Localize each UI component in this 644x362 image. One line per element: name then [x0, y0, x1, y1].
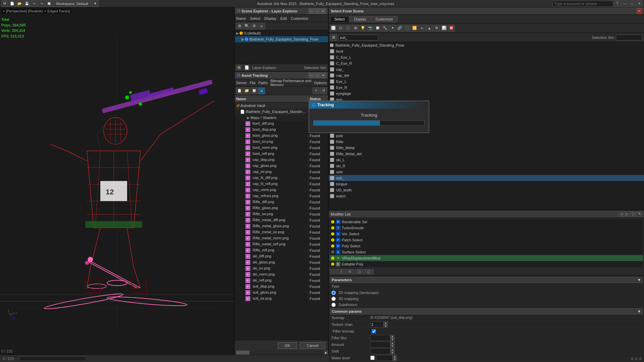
at-row-23[interactable]: P Rifle_metal_refl.png Found	[235, 241, 328, 247]
filter-blur-input[interactable]: 0,001	[370, 335, 390, 341]
mod-surface-select[interactable]: S Surface Select	[330, 249, 643, 255]
amount-up[interactable]: ▲	[390, 342, 394, 345]
at-btn4[interactable]: ≡	[258, 87, 265, 94]
minimize-btn[interactable]: —	[621, 0, 628, 7]
scene-item-rifle-metal-det[interactable]: Rifle_Metal_det	[329, 151, 644, 157]
tree-row-biathlete[interactable]: ▶ Biathlete_Fully_Equipped_Standing_Pose	[235, 36, 328, 42]
at-row-32[interactable]: P suit_ior.png Found	[235, 296, 328, 302]
scene-item-suit[interactable]: suit_	[329, 175, 644, 181]
radio-subdiv[interactable]	[331, 303, 336, 307]
scene-explorer-restore[interactable]: □	[315, 8, 320, 14]
at-row-18[interactable]: P Rifle_ior.png Found	[235, 211, 328, 217]
sfs-btn12[interactable]: 🔀	[411, 25, 418, 32]
at-btn2[interactable]: 📁	[244, 87, 250, 94]
open-btn[interactable]: 📂	[16, 0, 23, 7]
at-btn3[interactable]: 🔲	[251, 87, 258, 94]
at-restore[interactable]: □	[315, 73, 320, 78]
sel-btn-vertex[interactable]: ·	[330, 269, 337, 274]
at-minimize[interactable]: —	[309, 73, 314, 78]
at-row-19[interactable]: P Rifle_metal_diff.png Found	[235, 217, 328, 223]
amount-input[interactable]: 0,157	[370, 342, 390, 348]
at-row-26[interactable]: P ski_gloss.png Found	[235, 259, 328, 265]
sel-btn-edge[interactable]: /	[338, 269, 345, 274]
at-menu-file[interactable]: File	[250, 81, 256, 85]
viewport[interactable]: + [Perspective] [Realistic + Edged Faces…	[0, 7, 235, 355]
scene-item-cap[interactable]: cap_	[329, 66, 644, 72]
sel-btn-element[interactable]: ⬡	[364, 269, 373, 274]
se-search-btn[interactable]: 🔍	[244, 23, 250, 29]
sfs-btn17[interactable]: 🎯	[448, 25, 455, 32]
sfs-close[interactable]: ✕	[637, 8, 642, 14]
mod-patch-select[interactable]: P Patch Select	[330, 237, 643, 243]
at-cancel-btn[interactable]: Cancel	[300, 342, 325, 349]
sfs-tab-select[interactable]: Select	[330, 16, 349, 22]
help-icon[interactable]: ?	[614, 0, 621, 7]
blur-up[interactable]: ▲	[390, 335, 394, 338]
scene-item-boot[interactable]: boot	[329, 48, 644, 54]
sfs-btn8[interactable]: 🔧	[382, 25, 388, 32]
at-row-8[interactable]: P boot_refl.png Found	[235, 151, 328, 157]
scene-explorer-close[interactable]: ✕	[321, 8, 326, 14]
at-h-scrollbar[interactable]: ▶	[235, 351, 328, 355]
scene-menu-edit[interactable]: Edit	[280, 16, 287, 20]
sfs-btn16[interactable]: 📊	[441, 25, 447, 32]
scene-item-rifle-metal[interactable]: Rifle_Metal	[329, 145, 644, 151]
scene-item-cap-det[interactable]: cap_det	[329, 72, 644, 78]
mod-vray-displacement[interactable]: V VRayDisplacementMod	[330, 255, 643, 261]
params-3d-radio[interactable]: 3D mapping	[330, 296, 643, 302]
at-menu-paths[interactable]: Paths	[258, 81, 268, 85]
shift-input[interactable]: 0,039	[370, 348, 390, 354]
mod-vol-select[interactable]: V Vol. Select	[330, 231, 643, 237]
scene-item-ud-teeth[interactable]: UD_teeth	[329, 187, 644, 193]
at-btn1[interactable]: 📋	[236, 87, 243, 94]
at-close[interactable]: ✕	[321, 73, 326, 78]
texture-chan-spinbox[interactable]: ▲ ▼	[370, 321, 388, 327]
sfs-btn13[interactable]: ≡	[419, 25, 425, 32]
mod-editable-poly[interactable]: E Editable Poly	[330, 261, 643, 267]
layer-icon2[interactable]: 📄	[244, 65, 250, 70]
at-row-31[interactable]: P suit_gloss.png Found	[235, 290, 328, 296]
at-row-29[interactable]: P ski_refl.png Found	[235, 278, 328, 284]
layer-icon1[interactable]: ⊞	[236, 65, 241, 70]
shift-down[interactable]: ▼	[390, 351, 394, 354]
at-row-17[interactable]: P Rifle_gloss.png Found	[235, 205, 328, 211]
at-row-14[interactable]: P cap_norm.png Found	[235, 187, 328, 193]
sfs-btn1[interactable]: ⬜	[330, 25, 337, 32]
sfs-btn10[interactable]: 🔗	[396, 25, 403, 32]
scene-item-ceye-r[interactable]: C_Eye_R	[329, 60, 644, 66]
scene-item-tongue[interactable]: tongue	[329, 181, 644, 187]
mod-renderable-sel[interactable]: R Renderable Sel	[330, 219, 643, 225]
at-row-13[interactable]: P cap_N_refl.png Found	[235, 181, 328, 187]
shift-spinbox[interactable]: 0,039 ▲ ▼	[370, 348, 394, 354]
sfs-btn7[interactable]: 🔲	[374, 25, 381, 32]
at-row-24[interactable]: P Rifle_refl.png Found	[235, 247, 328, 253]
filter-blur-spinbox[interactable]: 0,001 ▲ ▼	[370, 335, 394, 341]
sfs-tab-display[interactable]: Display	[350, 16, 371, 22]
scene-item-ski-r[interactable]: ski_R	[329, 163, 644, 169]
se-filter-btn[interactable]: ⊞	[236, 23, 243, 29]
new-btn[interactable]: 📄	[9, 0, 15, 7]
scene-menu-customize[interactable]: Customize	[291, 16, 308, 20]
sfs-btn6[interactable]: 📷	[367, 25, 374, 32]
sfs-btn3[interactable]: ⬡	[345, 25, 352, 32]
params-2d-radio[interactable]: 2D mapping (landscape)	[330, 290, 643, 296]
at-ok-btn[interactable]: OK	[278, 342, 297, 349]
mod-header-btn1[interactable]: ◁	[619, 212, 624, 217]
scene-explorer-minimize[interactable]: —	[309, 8, 314, 14]
texchan-up[interactable]: ▲	[384, 321, 388, 324]
radio-2d[interactable]	[331, 291, 336, 295]
sfs-selection-set-input[interactable]	[616, 35, 643, 41]
scene-item-pole[interactable]: pole	[329, 133, 644, 139]
at-menu-options[interactable]: Options	[314, 81, 327, 85]
mod-header-btn2[interactable]: ▷	[625, 212, 630, 217]
common-params-title[interactable]: Common params ▼	[330, 308, 643, 314]
at-row-5[interactable]: P boot_gloss.png Found	[235, 133, 328, 139]
amount-spinbox[interactable]: 0,157 ▲ ▼	[370, 342, 394, 348]
sfs-tab-customize[interactable]: Customize	[371, 16, 397, 22]
sfs-btn4[interactable]: ⊞	[352, 25, 359, 32]
radio-3d[interactable]	[331, 297, 336, 301]
se-settings-btn[interactable]: ⚙	[251, 23, 258, 29]
undo-btn[interactable]: ↩	[31, 0, 38, 7]
sel-btn-poly[interactable]: ◻	[355, 269, 364, 274]
scene-item-watch[interactable]: watch	[329, 193, 644, 199]
